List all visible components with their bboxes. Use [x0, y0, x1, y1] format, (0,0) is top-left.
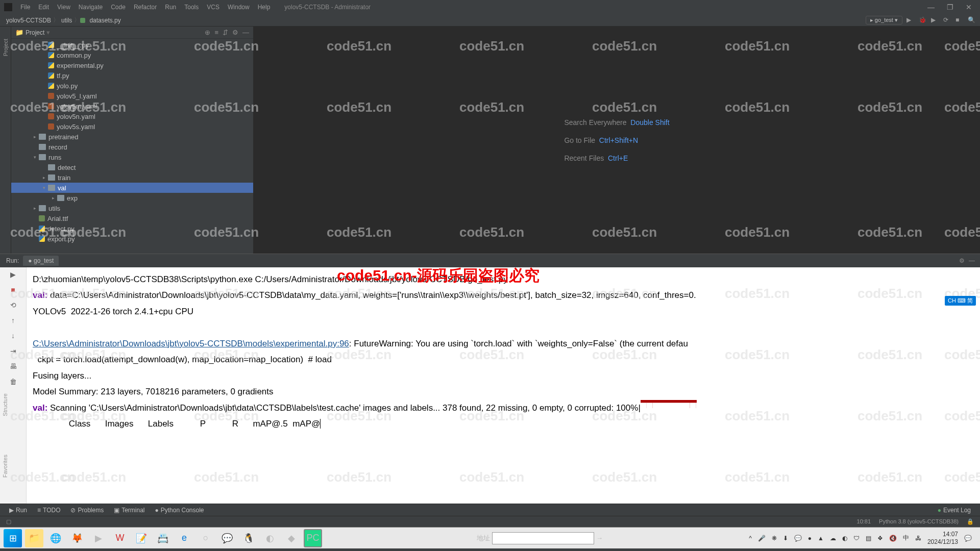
tree-item-export-py[interactable]: export.py: [11, 234, 253, 244]
breadcrumb-file[interactable]: datasets.py: [87, 17, 122, 24]
run-tab-button[interactable]: ▶ Run: [4, 507, 32, 514]
wrap-icon[interactable]: ⇥: [8, 347, 18, 357]
tree-item-exp[interactable]: ▸exp: [11, 193, 253, 203]
tray-up-icon[interactable]: ^: [749, 535, 752, 542]
chrome-icon[interactable]: 🌐: [46, 529, 65, 547]
tree-item-detect-py[interactable]: detect.py: [11, 223, 253, 234]
app-icon-4[interactable]: ◆: [282, 529, 301, 547]
print-icon[interactable]: 🖶: [8, 362, 18, 372]
breadcrumb-root[interactable]: yolov5-CCTSDB: [4, 17, 53, 24]
tree-item-tf-py[interactable]: tf.py: [11, 70, 253, 81]
dropdown-icon[interactable]: ▾: [46, 29, 50, 36]
notifications-icon[interactable]: 💬: [964, 535, 972, 542]
menu-window[interactable]: Window: [224, 4, 254, 11]
run-button-icon[interactable]: ▶: [906, 16, 915, 24]
app-icon-2[interactable]: ○: [197, 529, 215, 547]
menu-file[interactable]: File: [16, 4, 34, 11]
taskbar-clock[interactable]: 14:07 2024/12/13: [927, 531, 958, 545]
rerun-icon[interactable]: ▶: [8, 270, 18, 281]
tray-icon[interactable]: 🎤: [758, 535, 766, 542]
tree-item-yolov5_l-yaml[interactable]: yolov5_l.yaml: [11, 91, 253, 101]
event-log-button[interactable]: ● Event Log: [933, 507, 976, 514]
start-button[interactable]: ⊞: [4, 529, 22, 547]
debug-button-icon[interactable]: 🐞: [919, 16, 927, 24]
up-icon[interactable]: ↑: [8, 316, 18, 327]
expand-icon[interactable]: ≡: [214, 29, 218, 36]
tree-item-Arial-ttf[interactable]: Arial.ttf: [11, 213, 253, 223]
tree-item-pretrained[interactable]: ▸pretrained: [11, 132, 253, 142]
tree-item-common-py[interactable]: common.py: [11, 50, 253, 60]
app-icon-3[interactable]: ◐: [261, 529, 279, 547]
stop-icon[interactable]: ■: [8, 286, 18, 296]
tray-ime-icon[interactable]: 中: [903, 534, 909, 542]
menu-edit[interactable]: Edit: [34, 4, 53, 11]
tree-item-yolov5m-yaml[interactable]: yolov5m.yaml: [11, 101, 253, 111]
tray-icon[interactable]: ☁: [830, 535, 836, 542]
tree-item-val[interactable]: ▾val: [11, 183, 253, 193]
python-interpreter[interactable]: Python 3.8 (yolov5-CCTSDB38): [879, 518, 959, 525]
tray-icon[interactable]: ⬇: [783, 535, 788, 542]
tray-icon[interactable]: ◐: [842, 535, 847, 542]
profile-icon[interactable]: ⟳: [943, 16, 951, 24]
todo-tab-button[interactable]: ≡ TODO: [32, 507, 65, 514]
tree-item-yolo-py[interactable]: yolo.py: [11, 81, 253, 91]
terminal-tab-button[interactable]: ▣ Terminal: [109, 507, 150, 514]
tree-item-record[interactable]: record: [11, 142, 253, 152]
calendar-icon[interactable]: 📇: [154, 529, 172, 547]
down-icon[interactable]: ↓: [8, 332, 18, 342]
menu-view[interactable]: View: [53, 4, 75, 11]
tree-item-detect[interactable]: detect: [11, 162, 253, 172]
run-settings-icon[interactable]: ⚙: [959, 257, 965, 264]
collapse-icon[interactable]: ⇵: [223, 29, 228, 36]
console-output[interactable]: D:\zhuomian\temp\yolov5-CCTSDB38\Scripts…: [27, 267, 980, 504]
project-tab[interactable]: Project: [2, 37, 10, 58]
tree-item-yolov5s-yaml[interactable]: yolov5s.yaml: [11, 121, 253, 132]
run-tab-active[interactable]: ● go_test: [23, 256, 59, 266]
search-icon[interactable]: 🔍: [968, 16, 976, 24]
structure-tab[interactable]: Structure: [0, 391, 10, 418]
wechat-icon[interactable]: 💬: [218, 529, 236, 547]
pycharm-icon[interactable]: PC: [304, 529, 322, 547]
trash-icon[interactable]: 🗑: [8, 378, 18, 388]
menu-vcs[interactable]: VCS: [203, 4, 224, 11]
tree-item-experimental-py[interactable]: experimental.py: [11, 60, 253, 70]
breadcrumb-folder[interactable]: utils: [59, 17, 74, 24]
wps-icon[interactable]: W: [111, 529, 129, 547]
app-icon-1[interactable]: ▶: [89, 529, 108, 547]
favorites-tab[interactable]: Favorites: [0, 453, 10, 480]
tray-icon[interactable]: ▤: [866, 535, 871, 542]
menu-run[interactable]: Run: [161, 4, 180, 11]
python-console-tab-button[interactable]: ● Python Console: [150, 507, 209, 514]
project-tree[interactable]: __init__.pycommon.pyexperimental.pytf.py…: [11, 39, 253, 254]
restart-icon[interactable]: ⟲: [8, 301, 18, 311]
minimize-button[interactable]: —: [927, 3, 935, 11]
ime-indicator[interactable]: CH ⌨ 简: [945, 296, 976, 306]
firefox-icon[interactable]: 🦊: [68, 529, 86, 547]
tray-icon[interactable]: ▲: [818, 535, 824, 542]
tree-item-yolov5n-yaml[interactable]: yolov5n.yaml: [11, 111, 253, 121]
problems-tab-button[interactable]: ⊘ Problems: [65, 507, 109, 514]
menu-code[interactable]: Code: [107, 4, 130, 11]
run-hide-icon[interactable]: —: [969, 257, 975, 264]
tray-icon[interactable]: 🛡: [853, 535, 860, 542]
tree-item-train[interactable]: ▸train: [11, 172, 253, 183]
address-input[interactable]: [492, 532, 594, 544]
close-button[interactable]: ✕: [966, 3, 972, 11]
explorer-icon[interactable]: 📁: [25, 529, 43, 547]
address-go[interactable]: →: [596, 534, 603, 542]
stop-button-icon[interactable]: ■: [955, 16, 964, 24]
tree-item-__init__-py[interactable]: __init__.py: [11, 40, 253, 50]
menu-navigate[interactable]: Navigate: [75, 4, 107, 11]
tray-network-icon[interactable]: 🖧: [915, 535, 921, 542]
maximize-button[interactable]: ❐: [947, 3, 953, 11]
gear-icon[interactable]: ⚙: [232, 29, 238, 36]
locate-icon[interactable]: ⊕: [205, 29, 210, 36]
tree-item-runs[interactable]: ▾runs: [11, 152, 253, 162]
tray-icon[interactable]: ●: [808, 535, 812, 542]
edge-icon[interactable]: e: [175, 529, 193, 547]
run-config-selector[interactable]: ▸ go_test ▾: [866, 16, 902, 24]
menu-help[interactable]: Help: [254, 4, 275, 11]
menu-tools[interactable]: Tools: [180, 4, 203, 11]
tree-item-utils[interactable]: ▸utils: [11, 203, 253, 213]
hide-icon[interactable]: —: [242, 29, 249, 36]
